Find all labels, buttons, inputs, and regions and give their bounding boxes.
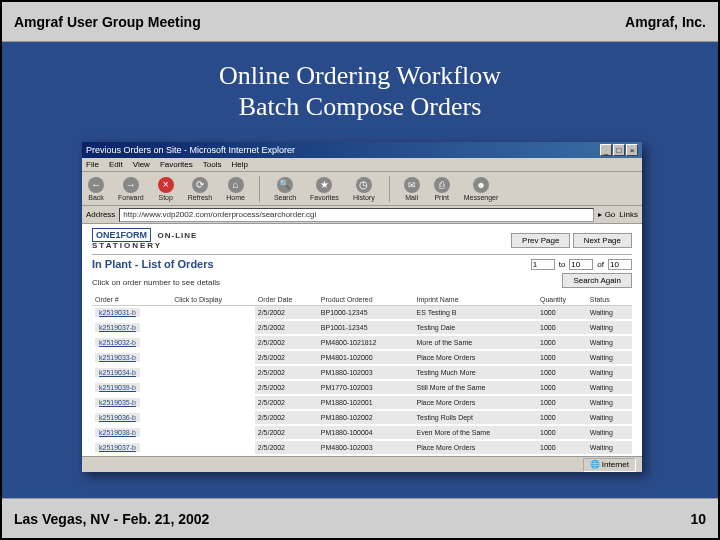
window-title: Previous Orders on Site - Microsoft Inte…: [86, 145, 295, 155]
title-line1: Online Ordering Workflow: [2, 60, 718, 91]
section-title: In Plant - List of Orders: [92, 258, 214, 270]
order-link[interactable]: k2519039-b: [95, 383, 140, 392]
back-label: Back: [88, 194, 104, 201]
cell-qty: 1000: [537, 425, 587, 440]
slide: Amgraf User Group Meeting Amgraf, Inc. O…: [0, 0, 720, 540]
forward-button[interactable]: Forward: [118, 177, 144, 201]
menu-tools[interactable]: Tools: [203, 160, 222, 169]
search-label: Search: [274, 194, 296, 201]
history-button[interactable]: History: [353, 177, 375, 201]
cell-date: 2/5/2002: [255, 395, 318, 410]
order-link[interactable]: k2519033-b: [95, 353, 140, 362]
cell-imprint: ES Testing B: [414, 306, 537, 321]
brand-logo: ONE1FORM ON-LINE STATIONERY: [92, 230, 197, 250]
stop-button[interactable]: Stop: [158, 177, 174, 201]
toolbar-separator: [259, 176, 260, 202]
cell-date: 2/5/2002: [255, 350, 318, 365]
cell-status: Waiting: [587, 425, 632, 440]
cell-qty: 1000: [537, 365, 587, 380]
search-again-button[interactable]: Search Again: [562, 273, 632, 288]
menu-view[interactable]: View: [133, 160, 150, 169]
cell-qty: 1000: [537, 410, 587, 425]
cell-status: Waiting: [587, 410, 632, 425]
cell-product: PM1880-102003: [318, 365, 414, 380]
close-button[interactable]: ×: [626, 144, 638, 156]
minimize-button[interactable]: _: [600, 144, 612, 156]
prev-page-button[interactable]: Prev Page: [511, 233, 570, 248]
page-nav: Prev Page Next Page: [511, 233, 632, 248]
order-link[interactable]: k2519038-b: [95, 428, 140, 437]
status-zone: 🌐 Internet: [583, 458, 636, 472]
search-button[interactable]: Search: [274, 177, 296, 201]
footer-left: Las Vegas, NV - Feb. 21, 2002: [14, 511, 209, 527]
cell-product: PM1880-102002: [318, 410, 414, 425]
cell-product: PM4800-102003: [318, 440, 414, 455]
refresh-button[interactable]: Refresh: [188, 177, 213, 201]
stop-icon: [158, 177, 174, 193]
messenger-button[interactable]: Messenger: [464, 177, 499, 201]
order-link[interactable]: k2519031-b: [95, 308, 140, 317]
print-button[interactable]: Print: [434, 177, 450, 201]
cell-status: Waiting: [587, 350, 632, 365]
refresh-label: Refresh: [188, 194, 213, 201]
brand-online: ON-LINE: [158, 231, 198, 240]
col-quantity: Quantity: [537, 294, 587, 306]
order-link[interactable]: k2519037-b: [95, 443, 140, 452]
messenger-label: Messenger: [464, 194, 499, 201]
table-row: k2519037-b2/5/2002PM4800-102003Place Mor…: [92, 440, 632, 455]
maximize-button[interactable]: □: [613, 144, 625, 156]
menu-help[interactable]: Help: [231, 160, 247, 169]
cell-imprint: Even More of the Same: [414, 425, 537, 440]
home-button[interactable]: Home: [226, 177, 245, 201]
order-link[interactable]: k2519036-b: [95, 413, 140, 422]
window-controls: _ □ ×: [600, 144, 638, 156]
cell-product: PM1770-102003: [318, 380, 414, 395]
mail-button[interactable]: Mail: [404, 177, 420, 201]
col-orderdate: Order Date: [255, 294, 318, 306]
cell-qty: 1000: [537, 306, 587, 321]
favorites-button[interactable]: Favorites: [310, 177, 339, 201]
order-link[interactable]: k2519035-b: [95, 398, 140, 407]
search-icon: [277, 177, 293, 193]
cell-status: Waiting: [587, 320, 632, 335]
history-icon: [356, 177, 372, 193]
go-button[interactable]: ▸ Go: [598, 210, 615, 219]
cell-date: 2/5/2002: [255, 380, 318, 395]
cell-qty: 1000: [537, 395, 587, 410]
cell-date: 2/5/2002: [255, 365, 318, 380]
cell-status: Waiting: [587, 440, 632, 455]
browser-window: Previous Orders on Site - Microsoft Inte…: [82, 142, 642, 472]
address-label: Address: [86, 210, 115, 219]
table-row: k2519039-b2/5/2002PM1770-102003Still Mor…: [92, 380, 632, 395]
cell-imprint: Testing Much More: [414, 365, 537, 380]
cell-date: 2/5/2002: [255, 440, 318, 455]
links-label[interactable]: Links: [619, 210, 638, 219]
address-field[interactable]: http://www.vdp2002.com/orderprocess/sear…: [119, 208, 594, 222]
menu-favorites[interactable]: Favorites: [160, 160, 193, 169]
orders-table: Order # Click to Display Order Date Prod…: [92, 294, 632, 456]
range-of-label: of: [597, 260, 604, 269]
col-clickto: Click to Display: [171, 294, 255, 306]
favorites-icon: [316, 177, 332, 193]
cell-product: BP1000-12345: [318, 306, 414, 321]
print-label: Print: [434, 194, 448, 201]
range-from-input[interactable]: [531, 259, 555, 270]
next-page-button[interactable]: Next Page: [573, 233, 632, 248]
go-label: Go: [605, 210, 616, 219]
cell-imprint: More of the Same: [414, 335, 537, 350]
range-of-input[interactable]: [608, 259, 632, 270]
menu-file[interactable]: File: [86, 160, 99, 169]
cell-date: 2/5/2002: [255, 425, 318, 440]
cell-date: 2/5/2002: [255, 320, 318, 335]
footer-right: 10: [690, 511, 706, 527]
order-link[interactable]: k2519034-b: [95, 368, 140, 377]
order-link[interactable]: k2519037-b: [95, 323, 140, 332]
section-row: In Plant - List of Orders to of: [92, 258, 632, 270]
header-left: Amgraf User Group Meeting: [14, 14, 201, 30]
history-label: History: [353, 194, 375, 201]
back-button[interactable]: Back: [88, 177, 104, 201]
order-link[interactable]: k2519032-b: [95, 338, 140, 347]
menu-edit[interactable]: Edit: [109, 160, 123, 169]
col-status: Status: [587, 294, 632, 306]
range-to-input[interactable]: [569, 259, 593, 270]
